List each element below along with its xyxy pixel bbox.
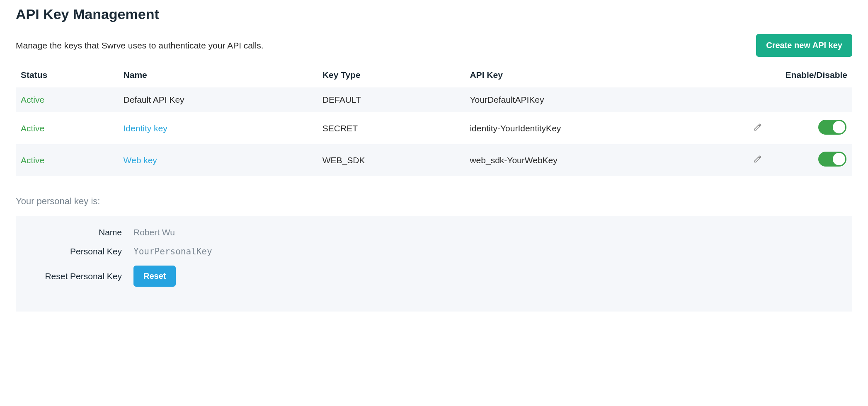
- column-status: Status: [16, 64, 119, 87]
- key-type-cell: DEFAULT: [318, 87, 465, 112]
- name-cell: Identity key: [119, 112, 318, 144]
- reset-personal-key-label: Reset Personal Key: [26, 271, 133, 281]
- column-api-key: API Key: [465, 64, 749, 87]
- personal-key-value: YourPersonalKey: [133, 247, 212, 256]
- column-enable-disable: Enable/Disable: [778, 64, 852, 87]
- name-cell: Web key: [119, 144, 318, 176]
- column-edit: [749, 64, 778, 87]
- toggle-cell: [778, 87, 852, 112]
- reset-button[interactable]: Reset: [133, 266, 176, 287]
- api-keys-table: Status Name Key Type API Key Enable/Disa…: [16, 64, 852, 176]
- status-cell: Active: [16, 87, 119, 112]
- personal-key-heading: Your personal key is:: [16, 196, 852, 207]
- status-cell: Active: [16, 144, 119, 176]
- edit-icon[interactable]: [754, 123, 762, 133]
- api-key-cell: web_sdk-YourWebKey: [465, 144, 749, 176]
- key-type-cell: WEB_SDK: [318, 144, 465, 176]
- create-api-key-button[interactable]: Create new API key: [756, 34, 852, 57]
- personal-key-label: Personal Key: [26, 247, 133, 256]
- api-key-cell: YourDefaultAPIKey: [465, 87, 749, 112]
- name-link[interactable]: Web key: [124, 155, 157, 165]
- personal-name-value: Robert Wu: [133, 227, 175, 237]
- enable-toggle[interactable]: [818, 120, 846, 135]
- edit-cell: [749, 87, 778, 112]
- page-subtitle: Manage the keys that Swrve uses to authe…: [16, 41, 264, 51]
- page-title: API Key Management: [16, 6, 852, 22]
- personal-name-label: Name: [26, 227, 133, 237]
- toggle-knob: [833, 121, 845, 133]
- name-link[interactable]: Identity key: [124, 123, 167, 133]
- key-type-cell: SECRET: [318, 112, 465, 144]
- personal-key-panel: Name Robert Wu Personal Key YourPersonal…: [16, 216, 852, 312]
- enable-toggle[interactable]: [818, 152, 846, 167]
- name-cell: Default API Key: [119, 87, 318, 112]
- column-key-type: Key Type: [318, 64, 465, 87]
- column-name: Name: [119, 64, 318, 87]
- api-key-cell: identity-YourIdentityKey: [465, 112, 749, 144]
- edit-cell: [749, 112, 778, 144]
- toggle-knob: [833, 153, 845, 165]
- status-cell: Active: [16, 112, 119, 144]
- edit-icon[interactable]: [754, 155, 762, 165]
- toggle-cell: [778, 112, 852, 144]
- table-row: ActiveWeb keyWEB_SDKweb_sdk-YourWebKey: [16, 144, 852, 176]
- table-row: ActiveDefault API KeyDEFAULTYourDefaultA…: [16, 87, 852, 112]
- table-row: ActiveIdentity keySECRETidentity-YourIde…: [16, 112, 852, 144]
- edit-cell: [749, 144, 778, 176]
- header-row: Manage the keys that Swrve uses to authe…: [16, 34, 852, 57]
- toggle-cell: [778, 144, 852, 176]
